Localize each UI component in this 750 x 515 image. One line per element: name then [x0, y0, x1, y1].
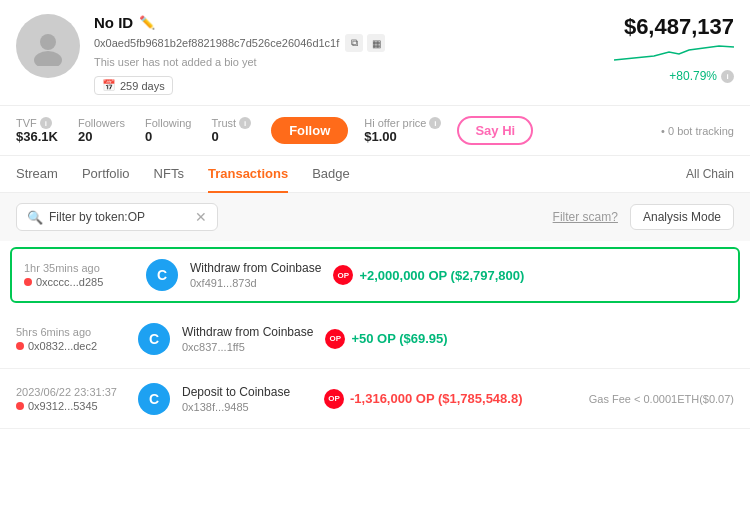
tvf-label: TVF: [16, 117, 37, 129]
tx-amount-col-2: OP +50 OP ($69.95): [325, 329, 734, 349]
error-dot-2: [16, 342, 24, 350]
tracking-info: • 0 bot tracking: [661, 125, 734, 137]
portfolio-change: +80.79% i: [614, 69, 734, 83]
portfolio-value: $6,487,137: [614, 14, 734, 40]
followers-stat: Followers 20: [78, 117, 125, 144]
filter-row: 🔍 ✕ Filter scam? Analysis Mode: [0, 193, 750, 241]
tab-transactions[interactable]: Transactions: [208, 156, 288, 193]
tx-from-1: 0xcccc...d285: [24, 276, 134, 288]
tx-from-addr-3: 0x9312...5345: [28, 400, 98, 412]
transaction-row-1: 1hr 35mins ago 0xcccc...d285 C Withdraw …: [10, 247, 740, 303]
tab-portfolio[interactable]: Portfolio: [82, 156, 130, 193]
days-badge: 📅 259 days: [94, 76, 173, 95]
tx-amount-1: +2,000,000 OP ($2,797,800): [359, 268, 524, 283]
trust-stat: Trust i 0: [211, 117, 251, 144]
clear-filter-icon[interactable]: ✕: [195, 209, 207, 225]
copy-address-btn[interactable]: ⧉: [345, 34, 363, 52]
tabs-bar: Stream Portfolio NFTs Transactions Badge…: [0, 156, 750, 193]
transaction-row-3: 2023/06/22 23:31:37 0x9312...5345 C Depo…: [0, 369, 750, 429]
svg-point-0: [40, 34, 56, 50]
portfolio-section: $6,487,137 +80.79% i: [614, 14, 734, 83]
tx-time-col-3: 2023/06/22 23:31:37 0x9312...5345: [16, 386, 126, 412]
following-label: Following: [145, 117, 191, 129]
edit-icon[interactable]: ✏️: [139, 15, 155, 30]
tx-icon-2: C: [138, 323, 170, 355]
tx-time-col-1: 1hr 35mins ago 0xcccc...d285: [24, 262, 134, 288]
filter-scam-btn[interactable]: Filter scam?: [553, 210, 618, 224]
tx-description-3: Deposit to Coinbase: [182, 385, 312, 399]
tx-from-2: 0x0832...dec2: [16, 340, 126, 352]
tx-time-3: 2023/06/22 23:31:37: [16, 386, 126, 398]
info-icon: i: [721, 70, 734, 83]
filter-input[interactable]: [49, 210, 189, 224]
following-stat: Following 0: [145, 117, 191, 144]
following-value: 0: [145, 129, 191, 144]
filter-input-wrap: 🔍 ✕: [16, 203, 218, 231]
hi-price-info-icon: i: [429, 117, 441, 129]
tx-to-addr-3: 0x138f...9485: [182, 401, 312, 413]
tx-description-2: Withdraw from Coinbase: [182, 325, 313, 339]
username: No ID: [94, 14, 133, 31]
svg-point-1: [34, 51, 62, 66]
wallet-address: 0x0aed5fb9681b2ef8821988c7d526ce26046d1c…: [94, 37, 339, 49]
tvf-value: $36.1K: [16, 129, 58, 144]
tx-icon-3: C: [138, 383, 170, 415]
say-hi-button[interactable]: Say Hi: [457, 116, 533, 145]
days-value: 259 days: [120, 80, 165, 92]
hi-price-value: $1.00: [364, 129, 441, 144]
tx-from-addr-1: 0xcccc...d285: [36, 276, 103, 288]
tx-time-col-2: 5hrs 6mins ago 0x0832...dec2: [16, 326, 126, 352]
tx-from-3: 0x9312...5345: [16, 400, 126, 412]
tx-to-addr-1: 0xf491...873d: [190, 277, 321, 289]
calendar-icon: 📅: [102, 79, 116, 92]
op-token-icon-3: OP: [324, 389, 344, 409]
tx-amount-3: -1,316,000 OP ($1,785,548.8): [350, 391, 523, 406]
tx-amount-2: +50 OP ($69.95): [351, 331, 447, 346]
tx-desc-col-1: Withdraw from Coinbase 0xf491...873d: [190, 261, 321, 289]
gas-fee-3: Gas Fee < 0.0001ETH($0.07): [589, 393, 734, 405]
tx-amount-col-3: OP -1,316,000 OP ($1,785,548.8): [324, 389, 577, 409]
followers-value: 20: [78, 129, 125, 144]
hi-price-label: Hi offer price: [364, 117, 426, 129]
tx-time-2: 5hrs 6mins ago: [16, 326, 126, 338]
error-dot-1: [24, 278, 32, 286]
sparkline-chart: [614, 42, 734, 66]
tvf-info-icon: i: [40, 117, 52, 129]
tab-stream[interactable]: Stream: [16, 156, 58, 193]
trust-info-icon: i: [239, 117, 251, 129]
change-value: +80.79%: [669, 69, 717, 83]
tx-desc-col-2: Withdraw from Coinbase 0xc837...1ff5: [182, 325, 313, 353]
trust-value: 0: [211, 129, 251, 144]
analysis-mode-button[interactable]: Analysis Mode: [630, 204, 734, 230]
tvf-stat: TVF i $36.1K: [16, 117, 58, 144]
transaction-row-2: 5hrs 6mins ago 0x0832...dec2 C Withdraw …: [0, 309, 750, 369]
tx-icon-1: C: [146, 259, 178, 291]
tx-description-1: Withdraw from Coinbase: [190, 261, 321, 275]
follow-button[interactable]: Follow: [271, 117, 348, 144]
chain-selector[interactable]: All Chain: [686, 167, 734, 181]
tx-from-addr-2: 0x0832...dec2: [28, 340, 97, 352]
tab-badge[interactable]: Badge: [312, 156, 350, 193]
trust-label: Trust: [211, 117, 236, 129]
tx-time-1: 1hr 35mins ago: [24, 262, 134, 274]
profile-header: No ID ✏️ 0x0aed5fb9681b2ef8821988c7d526c…: [0, 0, 750, 106]
op-token-icon-2: OP: [325, 329, 345, 349]
tx-desc-col-3: Deposit to Coinbase 0x138f...9485: [182, 385, 312, 413]
avatar: [16, 14, 80, 78]
tab-nfts[interactable]: NFTs: [154, 156, 184, 193]
stats-row: TVF i $36.1K Followers 20 Following 0 Tr…: [0, 106, 750, 156]
op-token-icon-1: OP: [333, 265, 353, 285]
followers-label: Followers: [78, 117, 125, 129]
search-icon: 🔍: [27, 210, 43, 225]
qr-code-btn[interactable]: ▦: [367, 34, 385, 52]
transactions-list: 1hr 35mins ago 0xcccc...d285 C Withdraw …: [0, 247, 750, 429]
hi-price-stat: Hi offer price i $1.00: [364, 117, 441, 144]
error-dot-3: [16, 402, 24, 410]
tx-amount-col-1: OP +2,000,000 OP ($2,797,800): [333, 265, 726, 285]
tx-to-addr-2: 0xc837...1ff5: [182, 341, 313, 353]
filter-right: Filter scam? Analysis Mode: [553, 204, 734, 230]
